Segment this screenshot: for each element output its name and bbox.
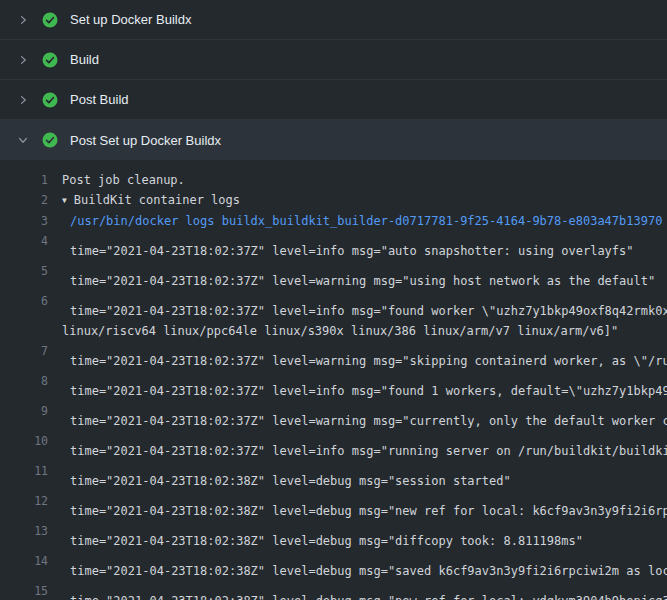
log-line: 9time="2021-04-23T18:02:37Z" level=warni… xyxy=(0,401,667,431)
log-text: time="2021-04-23T18:02:38Z" level=debug … xyxy=(70,491,667,521)
log-line: 4time="2021-04-23T18:02:37Z" level=info … xyxy=(0,231,667,261)
chevron-right-icon[interactable] xyxy=(16,93,30,107)
log-text: time="2021-04-23T18:02:37Z" level=info m… xyxy=(70,431,667,461)
log-line: 5time="2021-04-23T18:02:37Z" level=warni… xyxy=(0,261,667,291)
log-line-number[interactable]: 6 xyxy=(0,291,62,321)
log-line: 1Post job cleanup. xyxy=(0,170,667,190)
log-line-number[interactable]: 15 xyxy=(0,581,62,600)
chevron-right-icon[interactable] xyxy=(16,13,30,27)
log-line: 11time="2021-04-23T18:02:38Z" level=debu… xyxy=(0,461,667,491)
success-check-icon xyxy=(42,12,58,28)
log-line: 15time="2021-04-23T18:02:38Z" level=debu… xyxy=(0,581,667,600)
log-line-number[interactable]: 11 xyxy=(0,461,62,491)
log-line-number[interactable]: 5 xyxy=(0,261,62,291)
steps-list: Set up Docker BuildxBuildPost BuildPost … xyxy=(0,0,667,160)
success-check-icon xyxy=(42,52,58,68)
log-line-number[interactable]: 4 xyxy=(0,231,62,261)
log-text: time="2021-04-23T18:02:37Z" level=warnin… xyxy=(70,401,667,431)
chevron-right-icon[interactable] xyxy=(16,53,30,67)
log-line: 3/usr/bin/docker logs buildx_buildkit_bu… xyxy=(0,211,667,231)
log-line-number[interactable]: 9 xyxy=(0,401,62,431)
log-line: 7time="2021-04-23T18:02:37Z" level=warni… xyxy=(0,341,667,371)
log-line-number[interactable]: 13 xyxy=(0,521,62,551)
log-text: time="2021-04-23T18:02:37Z" level=warnin… xyxy=(70,341,667,371)
log-line-number[interactable]: 12 xyxy=(0,491,62,521)
log-line: linux/riscv64 linux/ppc64le linux/s390x … xyxy=(0,321,667,341)
log-text: Post job cleanup. xyxy=(62,170,185,190)
log-text: time="2021-04-23T18:02:38Z" level=debug … xyxy=(70,521,583,551)
step-row-set-up-docker-buildx[interactable]: Set up Docker Buildx xyxy=(0,0,667,40)
log-line-number[interactable]: 14 xyxy=(0,551,62,581)
step-row-post-set-up-docker-buildx[interactable]: Post Set up Docker Buildx xyxy=(0,120,667,160)
log-text: time="2021-04-23T18:02:37Z" level=warnin… xyxy=(70,261,655,291)
log-line: 8time="2021-04-23T18:02:37Z" level=info … xyxy=(0,371,667,401)
log-line-number[interactable]: 7 xyxy=(0,341,62,371)
step-label: Set up Docker Buildx xyxy=(70,12,191,27)
step-label: Build xyxy=(70,52,99,67)
log-line-number[interactable]: 3 xyxy=(0,211,62,231)
log-command-text: /usr/bin/docker logs buildx_buildkit_bui… xyxy=(70,211,662,231)
log-line-number[interactable]: 2 xyxy=(0,190,62,211)
log-text: time="2021-04-23T18:02:38Z" level=debug … xyxy=(70,551,667,581)
log-line-number xyxy=(0,321,62,341)
step-row-post-build[interactable]: Post Build xyxy=(0,80,667,120)
step-row-build[interactable]: Build xyxy=(0,40,667,80)
log-text: time="2021-04-23T18:02:38Z" level=debug … xyxy=(70,461,511,491)
log-text: time="2021-04-23T18:02:37Z" level=info m… xyxy=(70,231,634,261)
log-line-number[interactable]: 1 xyxy=(0,170,62,190)
step-label: Post Set up Docker Buildx xyxy=(70,133,221,148)
log-text: time="2021-04-23T18:02:37Z" level=info m… xyxy=(70,371,667,401)
log-text: time="2021-04-23T18:02:37Z" level=info m… xyxy=(70,291,667,321)
log-line: 14time="2021-04-23T18:02:38Z" level=debu… xyxy=(0,551,667,581)
chevron-down-icon[interactable] xyxy=(16,133,30,147)
log-area: 1Post job cleanup.2▼BuildKit container l… xyxy=(0,160,667,600)
log-line: 6time="2021-04-23T18:02:37Z" level=info … xyxy=(0,291,667,321)
log-group-toggle[interactable]: ▼BuildKit container logs xyxy=(62,190,240,211)
log-line-number[interactable]: 10 xyxy=(0,431,62,461)
log-line: 12time="2021-04-23T18:02:38Z" level=debu… xyxy=(0,491,667,521)
log-line: 10time="2021-04-23T18:02:37Z" level=info… xyxy=(0,431,667,461)
success-check-icon xyxy=(42,92,58,108)
log-line-number[interactable]: 8 xyxy=(0,371,62,401)
log-text: time="2021-04-23T18:02:38Z" level=debug … xyxy=(70,581,667,600)
group-expanded-caret-icon: ▼ xyxy=(62,191,67,211)
log-line: 2▼BuildKit container logs xyxy=(0,190,667,211)
success-check-icon xyxy=(42,132,58,148)
log-line: 13time="2021-04-23T18:02:38Z" level=debu… xyxy=(0,521,667,551)
log-text: linux/riscv64 linux/ppc64le linux/s390x … xyxy=(62,321,618,341)
step-label: Post Build xyxy=(70,92,129,107)
